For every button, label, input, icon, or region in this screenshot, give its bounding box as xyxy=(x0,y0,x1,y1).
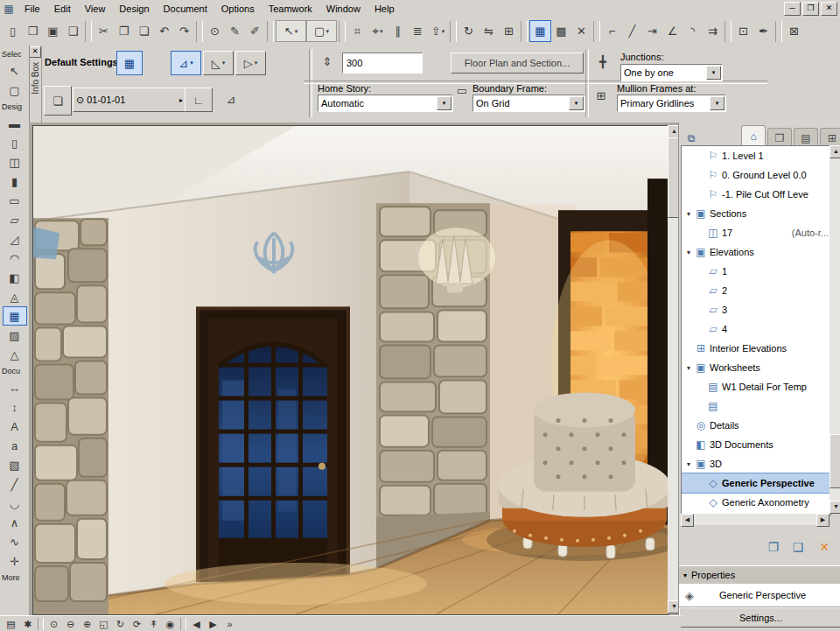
fillet-button[interactable]: ◝ xyxy=(682,21,703,41)
generic-axonometry-item[interactable]: ◇ Generic Axonometry xyxy=(682,493,830,512)
elevation-1[interactable]: ▱ 1 xyxy=(682,262,830,281)
curtain-wall-tool[interactable]: ▦ xyxy=(0,306,29,326)
tree-vertical-scrollbar[interactable]: ▲ ▼ xyxy=(830,145,840,514)
elevation-3[interactable]: ▱ 3 xyxy=(682,300,830,319)
print-button[interactable]: ❑ xyxy=(63,21,83,41)
floor-plan-and-section-button[interactable]: Floor Plan and Section... xyxy=(451,53,584,74)
scrollbar-thumb[interactable] xyxy=(830,434,840,488)
layer-settings-button[interactable]: ❏ xyxy=(44,86,72,116)
dropdown-icon[interactable]: ▾ xyxy=(706,66,721,80)
details[interactable]: ◎ Details xyxy=(682,416,830,435)
multiply-button[interactable]: ⊞ xyxy=(499,21,519,41)
fit-in-window-button[interactable]: ◱ xyxy=(95,618,112,631)
paste-button[interactable]: ❏ xyxy=(134,21,154,41)
beam-tool[interactable]: ▭ xyxy=(0,191,29,210)
trim-button[interactable]: ⌐ xyxy=(602,21,622,41)
worksheet-w1[interactable]: ▤ W1 Detail For Temp xyxy=(682,377,830,396)
offset-button[interactable]: ⇉ xyxy=(703,21,723,41)
rotate-view-button[interactable]: ↻ xyxy=(112,618,129,631)
layer-select[interactable]: ⊙ 01-01-01 ▸ xyxy=(73,88,186,112)
home-story-select[interactable]: Automatic ▾ xyxy=(318,95,453,112)
inject-parameters-button[interactable]: ✐ xyxy=(245,21,265,41)
junctions-select[interactable]: One by one ▾ xyxy=(620,64,723,81)
menu-design[interactable]: Design xyxy=(112,2,156,16)
redo-button[interactable]: ↷ xyxy=(174,21,194,41)
undo-button[interactable]: ↶ xyxy=(154,21,174,41)
menu-teamwork[interactable]: Teamwork xyxy=(262,2,319,16)
close-button[interactable]: ✕ xyxy=(821,2,837,16)
properties-section-header[interactable]: ▾ Properties xyxy=(679,565,840,585)
dropdown-icon[interactable]: ▾ xyxy=(569,96,584,110)
zone-tool[interactable]: ▨ xyxy=(0,326,29,345)
orbit-button[interactable]: ⟳ xyxy=(129,618,145,631)
fill-tool[interactable]: ▧ xyxy=(0,455,29,474)
menu-help[interactable]: Help xyxy=(368,2,402,16)
settings-button[interactable]: Settings... xyxy=(679,607,840,627)
magic-wand-button[interactable]: ✱ xyxy=(19,618,36,631)
worksheets-folder[interactable]: ▾ ▣ Worksheets xyxy=(682,358,830,377)
save-button[interactable]: ▣ xyxy=(43,21,63,41)
window-tool[interactable]: ◫ xyxy=(0,152,29,172)
slab-tool[interactable]: ▱ xyxy=(0,210,29,229)
grid-snap-button[interactable]: ⌗ xyxy=(347,21,368,41)
cut-button[interactable]: ✂ xyxy=(94,21,114,41)
scroll-down-icon[interactable]: ▼ xyxy=(830,501,840,514)
new-viewpoint-button[interactable]: ❐ xyxy=(763,537,784,557)
worksheet-untitled[interactable]: ▤ xyxy=(682,396,830,416)
cw-geometry-chained-button[interactable]: ◺▾ xyxy=(203,51,234,75)
clone-folder-button[interactable]: ❏ xyxy=(788,537,808,557)
adjust-button[interactable]: ⇥ xyxy=(642,21,662,41)
menu-document[interactable]: Document xyxy=(157,2,214,16)
arc-tool[interactable]: ◡ xyxy=(0,494,29,513)
viewport-3d-render[interactable] xyxy=(32,125,668,615)
guide-lines-button[interactable]: ∥ xyxy=(388,21,408,41)
spline-tool[interactable]: ∿ xyxy=(0,532,29,551)
copy-button[interactable]: ❐ xyxy=(114,21,134,41)
gravity-button[interactable]: ⌖▾ xyxy=(368,21,388,41)
layout-book-tab[interactable]: ▤ xyxy=(794,128,818,147)
info-box-close-icon[interactable]: ✕ xyxy=(29,46,41,58)
quick-layers-button[interactable]: ▤ xyxy=(3,618,19,631)
morph-tool[interactable]: ◬ xyxy=(0,287,29,306)
mirror-button[interactable]: ⇋ xyxy=(479,21,499,41)
delete-element-button[interactable]: ✕ xyxy=(571,21,592,41)
split-button[interactable]: ╱ xyxy=(622,21,642,41)
door-tool[interactable]: ▯ xyxy=(0,133,29,152)
layer-flyout-icon[interactable]: ▸ xyxy=(179,96,183,104)
publisher-tab[interactable]: ⊞ xyxy=(820,128,840,147)
line-tool[interactable]: ╱ xyxy=(0,474,29,494)
generic-perspective-item[interactable]: ◇ Generic Perspective xyxy=(682,473,830,493)
info-box-tab[interactable]: ✕ Info Box xyxy=(29,46,42,123)
level-dimension-tool[interactable]: ↕ xyxy=(0,397,29,417)
shell-tool[interactable]: ◠ xyxy=(0,249,29,268)
menu-edit[interactable]: Edit xyxy=(47,2,78,16)
layers-quick-button[interactable]: ≣ xyxy=(408,21,428,41)
polyline-tool[interactable]: ∧ xyxy=(0,513,29,532)
menu-view[interactable]: View xyxy=(78,2,113,16)
arrow-tool[interactable]: ↖ xyxy=(0,61,29,81)
rotate-button[interactable]: ↻ xyxy=(458,21,479,41)
next-view-button[interactable]: ▶ xyxy=(205,618,221,631)
zoom-in-button[interactable]: ⊕ xyxy=(79,618,95,631)
marquee-tool-button[interactable]: ▢▾ xyxy=(306,20,337,42)
new-file-button[interactable]: ▯ xyxy=(3,21,23,41)
wall-tool[interactable]: ▬ xyxy=(0,114,29,133)
scroll-up-icon[interactable]: ▲ xyxy=(830,145,840,158)
delete-viewpoint-button[interactable]: ✕ xyxy=(814,537,835,557)
active-tool-indicator[interactable]: ▦ xyxy=(529,20,551,42)
label-tool[interactable]: a xyxy=(0,436,29,455)
menu-options[interactable]: Options xyxy=(214,2,262,16)
previous-view-button[interactable]: ◀ xyxy=(188,618,205,631)
cw-geometry-single-button[interactable]: ⊿▾ xyxy=(171,51,201,75)
column-tool[interactable]: ▮ xyxy=(0,172,29,191)
section-17[interactable]: ◫ 17 (Auto-r... xyxy=(682,223,830,242)
dropdown-icon[interactable]: ▾ xyxy=(710,96,724,110)
pickup-parameters-button[interactable]: ✎ xyxy=(225,21,245,41)
skylight-tool[interactable]: ◧ xyxy=(0,268,29,287)
tree-horizontal-scrollbar[interactable]: ◀ ▶ xyxy=(681,514,830,525)
story-pile-cutoff[interactable]: ⚐ -1. Pile Cut Off Leve xyxy=(682,185,830,204)
project-map-tab[interactable]: ⌂ xyxy=(741,125,766,147)
arrow-tool-button[interactable]: ↖▾ xyxy=(276,20,306,42)
hotspot-tool[interactable]: ✛ xyxy=(0,551,29,571)
menu-window[interactable]: Window xyxy=(319,2,368,16)
